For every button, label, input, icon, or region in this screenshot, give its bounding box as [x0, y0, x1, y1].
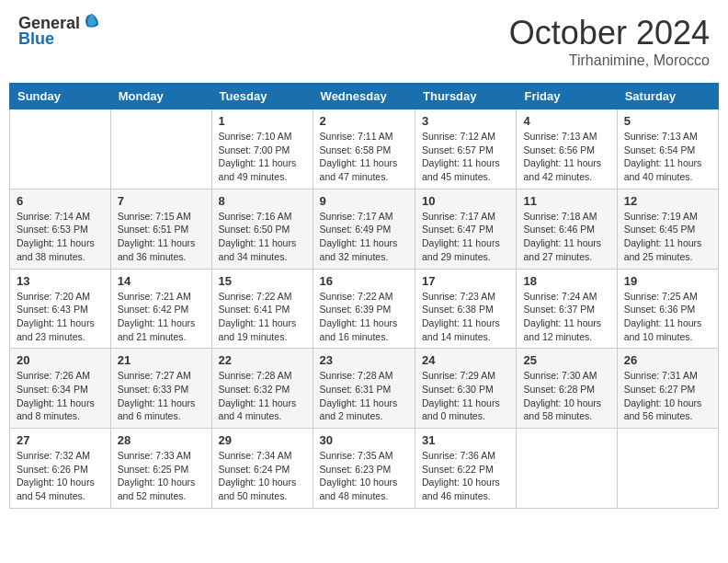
- day-detail: Sunrise: 7:11 AM Sunset: 6:58 PM Dayligh…: [320, 130, 408, 184]
- day-number: 4: [523, 114, 609, 128]
- calendar-cell: 31Sunrise: 7:36 AM Sunset: 6:22 PM Dayli…: [415, 429, 517, 509]
- location-title: Tirhanimine, Morocco: [509, 52, 710, 69]
- day-detail: Sunrise: 7:25 AM Sunset: 6:36 PM Dayligh…: [624, 290, 711, 344]
- day-number: 28: [118, 433, 205, 447]
- day-number: 19: [624, 274, 711, 288]
- day-number: 26: [624, 353, 711, 367]
- day-number: 11: [523, 194, 609, 208]
- calendar-cell: 11Sunrise: 7:18 AM Sunset: 6:46 PM Dayli…: [517, 189, 617, 269]
- day-detail: Sunrise: 7:30 AM Sunset: 6:28 PM Dayligh…: [523, 369, 609, 423]
- day-detail: Sunrise: 7:23 AM Sunset: 6:38 PM Dayligh…: [422, 290, 509, 344]
- day-detail: Sunrise: 7:27 AM Sunset: 6:33 PM Dayligh…: [118, 369, 205, 423]
- week-row-4: 20Sunrise: 7:26 AM Sunset: 6:34 PM Dayli…: [10, 349, 719, 429]
- day-detail: Sunrise: 7:22 AM Sunset: 6:39 PM Dayligh…: [320, 290, 408, 344]
- calendar-cell: 23Sunrise: 7:28 AM Sunset: 6:31 PM Dayli…: [313, 349, 415, 429]
- calendar-cell: 30Sunrise: 7:35 AM Sunset: 6:23 PM Dayli…: [313, 429, 415, 509]
- logo-icon: [82, 12, 102, 32]
- calendar-cell: 25Sunrise: 7:30 AM Sunset: 6:28 PM Dayli…: [517, 349, 617, 429]
- calendar-cell: 7Sunrise: 7:15 AM Sunset: 6:51 PM Daylig…: [110, 189, 211, 269]
- day-detail: Sunrise: 7:32 AM Sunset: 6:26 PM Dayligh…: [17, 449, 104, 503]
- calendar-cell: 29Sunrise: 7:34 AM Sunset: 6:24 PM Dayli…: [211, 429, 313, 509]
- day-detail: Sunrise: 7:21 AM Sunset: 6:42 PM Dayligh…: [118, 290, 205, 344]
- header-monday: Monday: [110, 84, 211, 109]
- calendar-cell: 2Sunrise: 7:11 AM Sunset: 6:58 PM Daylig…: [313, 109, 415, 190]
- day-detail: Sunrise: 7:17 AM Sunset: 6:49 PM Dayligh…: [320, 210, 408, 264]
- day-detail: Sunrise: 7:17 AM Sunset: 6:47 PM Dayligh…: [422, 210, 509, 264]
- day-detail: Sunrise: 7:16 AM Sunset: 6:50 PM Dayligh…: [219, 210, 306, 264]
- day-detail: Sunrise: 7:33 AM Sunset: 6:25 PM Dayligh…: [118, 449, 205, 503]
- day-number: 1: [219, 114, 306, 128]
- month-title: October 2024: [509, 14, 710, 52]
- day-detail: Sunrise: 7:31 AM Sunset: 6:27 PM Dayligh…: [624, 369, 711, 423]
- day-detail: Sunrise: 7:20 AM Sunset: 6:43 PM Dayligh…: [17, 290, 104, 344]
- day-number: 2: [320, 114, 408, 128]
- calendar-cell: 12Sunrise: 7:19 AM Sunset: 6:45 PM Dayli…: [617, 189, 718, 269]
- day-detail: Sunrise: 7:22 AM Sunset: 6:41 PM Dayligh…: [219, 290, 306, 344]
- day-detail: Sunrise: 7:35 AM Sunset: 6:23 PM Dayligh…: [320, 449, 408, 503]
- calendar-cell: [10, 109, 111, 190]
- header-sunday: Sunday: [10, 84, 111, 109]
- logo: General Blue: [18, 14, 102, 49]
- calendar-cell: 28Sunrise: 7:33 AM Sunset: 6:25 PM Dayli…: [110, 429, 211, 509]
- calendar-cell: 9Sunrise: 7:17 AM Sunset: 6:49 PM Daylig…: [313, 189, 415, 269]
- day-detail: Sunrise: 7:19 AM Sunset: 6:45 PM Dayligh…: [624, 210, 711, 264]
- day-number: 31: [422, 433, 509, 447]
- calendar-cell: 6Sunrise: 7:14 AM Sunset: 6:53 PM Daylig…: [10, 189, 111, 269]
- week-row-3: 13Sunrise: 7:20 AM Sunset: 6:43 PM Dayli…: [10, 269, 719, 349]
- day-detail: Sunrise: 7:15 AM Sunset: 6:51 PM Dayligh…: [118, 210, 205, 264]
- day-detail: Sunrise: 7:14 AM Sunset: 6:53 PM Dayligh…: [17, 210, 104, 264]
- calendar-cell: 24Sunrise: 7:29 AM Sunset: 6:30 PM Dayli…: [415, 349, 517, 429]
- calendar-cell: 1Sunrise: 7:10 AM Sunset: 7:00 PM Daylig…: [211, 109, 313, 190]
- day-number: 20: [17, 353, 104, 367]
- week-row-2: 6Sunrise: 7:14 AM Sunset: 6:53 PM Daylig…: [10, 189, 719, 269]
- calendar-cell: 3Sunrise: 7:12 AM Sunset: 6:57 PM Daylig…: [415, 109, 517, 190]
- day-number: 3: [422, 114, 509, 128]
- calendar-cell: [517, 429, 617, 509]
- day-number: 9: [320, 194, 408, 208]
- logo-blue-text: Blue: [18, 29, 54, 49]
- day-number: 29: [219, 433, 306, 447]
- day-number: 16: [320, 274, 408, 288]
- week-row-1: 1Sunrise: 7:10 AM Sunset: 7:00 PM Daylig…: [10, 109, 719, 190]
- calendar-cell: 20Sunrise: 7:26 AM Sunset: 6:34 PM Dayli…: [10, 349, 111, 429]
- calendar-cell: 26Sunrise: 7:31 AM Sunset: 6:27 PM Dayli…: [617, 349, 718, 429]
- page-header: General Blue October 2024 Tirhanimine, M…: [9, 9, 719, 74]
- day-detail: Sunrise: 7:13 AM Sunset: 6:54 PM Dayligh…: [624, 130, 711, 184]
- calendar-cell: 19Sunrise: 7:25 AM Sunset: 6:36 PM Dayli…: [617, 269, 718, 349]
- day-number: 21: [118, 353, 205, 367]
- calendar-cell: 18Sunrise: 7:24 AM Sunset: 6:37 PM Dayli…: [517, 269, 617, 349]
- calendar-table: SundayMondayTuesdayWednesdayThursdayFrid…: [9, 83, 719, 509]
- day-detail: Sunrise: 7:28 AM Sunset: 6:32 PM Dayligh…: [219, 369, 306, 423]
- calendar-cell: 10Sunrise: 7:17 AM Sunset: 6:47 PM Dayli…: [415, 189, 517, 269]
- header-wednesday: Wednesday: [313, 84, 415, 109]
- title-section: October 2024 Tirhanimine, Morocco: [509, 14, 710, 69]
- header-friday: Friday: [517, 84, 617, 109]
- calendar-cell: 22Sunrise: 7:28 AM Sunset: 6:32 PM Dayli…: [211, 349, 313, 429]
- day-number: 13: [17, 274, 104, 288]
- day-number: 6: [17, 194, 104, 208]
- day-detail: Sunrise: 7:26 AM Sunset: 6:34 PM Dayligh…: [17, 369, 104, 423]
- calendar-cell: 21Sunrise: 7:27 AM Sunset: 6:33 PM Dayli…: [110, 349, 211, 429]
- calendar-cell: 27Sunrise: 7:32 AM Sunset: 6:26 PM Dayli…: [10, 429, 111, 509]
- day-number: 24: [422, 353, 509, 367]
- day-number: 30: [320, 433, 408, 447]
- day-number: 27: [17, 433, 104, 447]
- day-detail: Sunrise: 7:24 AM Sunset: 6:37 PM Dayligh…: [523, 290, 609, 344]
- day-number: 14: [118, 274, 205, 288]
- day-number: 15: [219, 274, 306, 288]
- calendar-cell: 16Sunrise: 7:22 AM Sunset: 6:39 PM Dayli…: [313, 269, 415, 349]
- day-number: 8: [219, 194, 306, 208]
- header-thursday: Thursday: [415, 84, 517, 109]
- day-detail: Sunrise: 7:18 AM Sunset: 6:46 PM Dayligh…: [523, 210, 609, 264]
- day-number: 25: [523, 353, 609, 367]
- day-number: 18: [523, 274, 609, 288]
- calendar-cell: 15Sunrise: 7:22 AM Sunset: 6:41 PM Dayli…: [211, 269, 313, 349]
- day-detail: Sunrise: 7:29 AM Sunset: 6:30 PM Dayligh…: [422, 369, 509, 423]
- calendar-cell: 4Sunrise: 7:13 AM Sunset: 6:56 PM Daylig…: [517, 109, 617, 190]
- week-row-5: 27Sunrise: 7:32 AM Sunset: 6:26 PM Dayli…: [10, 429, 719, 509]
- header-saturday: Saturday: [617, 84, 718, 109]
- day-number: 17: [422, 274, 509, 288]
- calendar-header-row: SundayMondayTuesdayWednesdayThursdayFrid…: [10, 84, 719, 109]
- calendar-cell: [110, 109, 211, 190]
- calendar-cell: [617, 429, 718, 509]
